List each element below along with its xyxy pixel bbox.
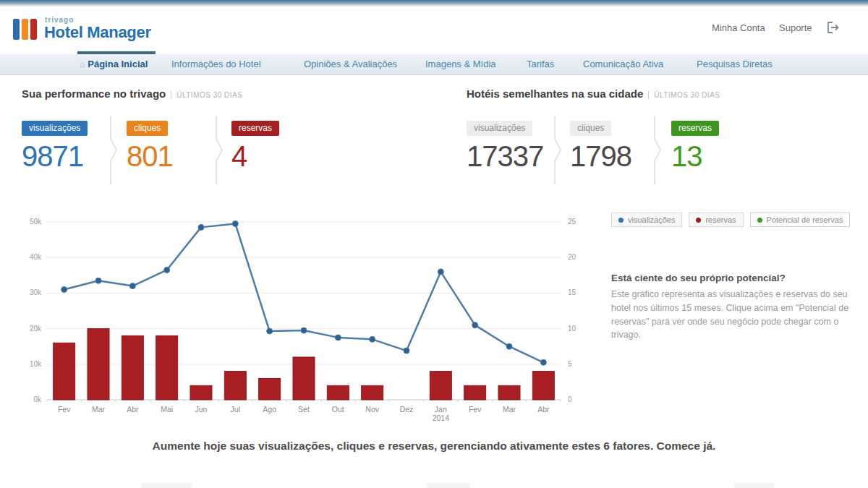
legend-dot-icon [757, 218, 762, 223]
value-reservas: 4 [231, 140, 247, 173]
svg-text:2014: 2014 [433, 414, 450, 422]
tab-pesquisas-diretas[interactable]: Pesquisas Diretas [697, 59, 773, 69]
svg-text:Set: Set [298, 405, 310, 414]
svg-text:Mai: Mai [161, 405, 173, 414]
tab-opinioes-avaliacoes[interactable]: Opiniões & Avaliações [304, 59, 397, 69]
badge-similar-reservas: reservas [671, 121, 719, 136]
chart-area: 0k10k20k30k40k50k0510152025FevMarAbrMaiJ… [18, 212, 582, 432]
svg-text:Abr: Abr [127, 405, 139, 414]
svg-text:Nov: Nov [365, 405, 379, 414]
legend-item-0[interactable]: visualizações [611, 213, 682, 227]
kpi-separator-chevron [106, 116, 119, 184]
value-similar-reservas: 13 [671, 140, 702, 173]
kpi-separator-chevron [650, 116, 663, 184]
svg-text:Ago: Ago [263, 405, 276, 414]
factor-tile-peek [427, 483, 470, 488]
svg-text:5: 5 [568, 360, 572, 368]
svg-text:Out: Out [332, 405, 344, 414]
svg-text:20: 20 [568, 253, 576, 261]
logout-icon[interactable] [826, 22, 841, 33]
badge-cliques: cliques [127, 121, 168, 136]
logo-bar-orange [22, 19, 28, 40]
active-tab-indicator [77, 51, 156, 54]
value-similar-cliques: 1798 [570, 140, 631, 173]
top-gradient-bar [0, 0, 868, 7]
trivago-logo-icon[interactable] [13, 19, 38, 40]
svg-text:Jul: Jul [231, 405, 240, 414]
performance-chart: 0k10k20k30k40k50k0510152025FevMarAbrMaiJ… [18, 212, 582, 429]
legend-label: visualizações [628, 215, 675, 224]
svg-text:40k: 40k [30, 253, 42, 261]
badge-visualizacoes: visualizações [22, 121, 88, 136]
performance-section-title: Sua performance no trivagoÚLTIMOS 30 DIA… [22, 87, 242, 100]
badge-similar-cliques: cliques [570, 121, 611, 136]
svg-text:Fev: Fev [469, 405, 482, 414]
legend-dot-icon [696, 218, 701, 223]
svg-text:Jan: Jan [435, 405, 447, 414]
performance-period: ÚLTIMOS 30 DIAS [171, 91, 242, 99]
tab-pagina-inicial[interactable]: ⌂Página Inicial [80, 59, 148, 69]
value-visualizacoes: 9871 [22, 140, 83, 173]
logo-bar-red [30, 19, 37, 40]
badge-reservas: reservas [231, 121, 279, 136]
svg-text:50k: 50k [30, 218, 42, 226]
logo-bar-blue [13, 19, 20, 40]
svg-text:Mar: Mar [503, 405, 516, 414]
main-nav: ⌂Página Inicial Informações do Hotel Opi… [0, 54, 868, 75]
factor-tile-peek [141, 483, 192, 488]
tab-imagens-midia[interactable]: Imagens & Mídia [425, 59, 496, 69]
svg-text:10k: 10k [30, 360, 42, 368]
svg-text:Jun: Jun [195, 405, 208, 414]
svg-text:Dez: Dez [400, 405, 414, 414]
tab-tarifas[interactable]: Tarifas [527, 59, 554, 69]
legend-label: reservas [705, 215, 736, 224]
kpi-separator-chevron [211, 116, 224, 184]
tab-comunicacao-ativa[interactable]: Comunicação Ativa [583, 59, 663, 69]
similar-period: ÚLTIMOS 30 DIAS [648, 91, 720, 99]
home-icon: ⌂ [80, 59, 85, 69]
value-similar-visualizacoes: 17337 [467, 140, 543, 173]
kpi-separator-chevron [550, 116, 563, 184]
svg-text:25: 25 [568, 218, 576, 226]
tab-informacoes-do-hotel[interactable]: Informações do Hotel [171, 59, 261, 69]
footer-headline: Aumente hoje suas visualizações, cliques… [0, 440, 868, 453]
svg-text:20k: 20k [30, 325, 42, 333]
support-link[interactable]: Suporte [779, 22, 812, 33]
svg-text:30k: 30k [30, 288, 42, 296]
factor-tile-peek [734, 483, 774, 488]
svg-text:10: 10 [568, 325, 576, 333]
legend-item-1[interactable]: reservas [689, 213, 743, 227]
brand-hotel-manager[interactable]: Hotel Manager [44, 23, 151, 42]
legend-label: Potencial de reservas [767, 215, 843, 224]
value-cliques: 801 [127, 140, 173, 173]
hotel-manager-dashboard: trivago Hotel Manager Minha Conta Suport… [0, 0, 868, 488]
svg-text:0k: 0k [33, 395, 42, 403]
chart-legend: visualizaçõesreservasPotencial de reserv… [611, 213, 850, 227]
svg-text:Abr: Abr [537, 405, 550, 414]
my-account-link[interactable]: Minha Conta [712, 22, 765, 33]
svg-text:Fev: Fev [58, 405, 71, 414]
svg-text:Mar: Mar [92, 405, 106, 414]
similar-hotels-section-title: Hotéis semelhantes na sua cidadeÚLTIMOS … [467, 87, 720, 100]
svg-text:15: 15 [568, 288, 576, 296]
badge-similar-visualizacoes: visualizações [467, 121, 532, 136]
svg-text:0: 0 [568, 395, 572, 403]
legend-dot-icon [618, 218, 624, 223]
legend-item-2[interactable]: Potencial de reservas [750, 213, 851, 227]
potential-body: Este gráfico representa as visualizações… [611, 288, 856, 342]
potential-heading: Está ciente do seu próprio potencial? [611, 273, 857, 283]
